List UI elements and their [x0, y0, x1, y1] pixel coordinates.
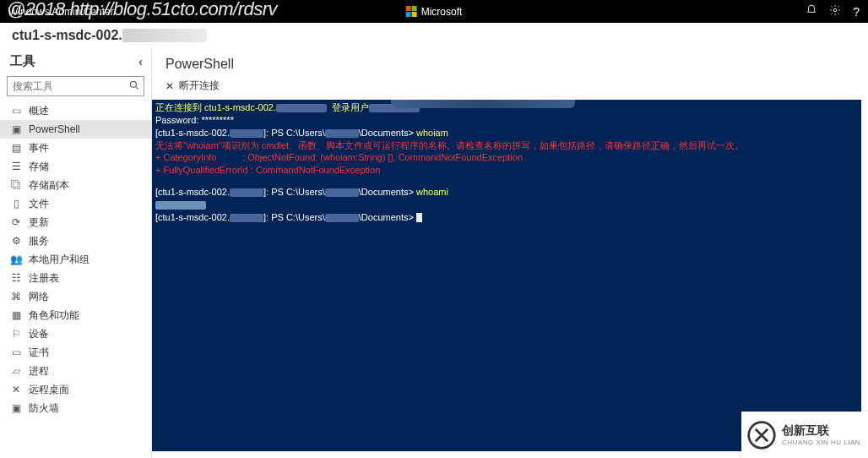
- redacted-smudge: [122, 29, 207, 42]
- device-icon: ⚐: [10, 328, 22, 340]
- sidebar-item-update[interactable]: ⟳更新: [0, 213, 151, 232]
- sidebar-item-label: 事件: [29, 141, 49, 155]
- sidebar-item-storage[interactable]: ☰存储: [0, 157, 151, 176]
- sidebar-item-replica[interactable]: ⿻存储副本: [0, 176, 151, 194]
- disconnect-label: 断开连接: [179, 79, 220, 93]
- sidebar-item-label: 注册表: [29, 271, 59, 286]
- sidebar-item-registry[interactable]: ☷注册表: [0, 269, 151, 287]
- tools-list: ▭概述▣PowerShell▤事件☰存储⿻存储副本▯文件⟳更新⚙服务👥本地用户和…: [0, 101, 151, 458]
- sidebar-item-roles[interactable]: ▦角色和功能: [0, 306, 151, 324]
- sidebar-item-label: 角色和功能: [29, 308, 79, 323]
- overview-icon: ▭: [10, 105, 22, 117]
- sidebar-item-label: 本地用户和组: [29, 253, 90, 267]
- page-title: PowerShell: [165, 57, 854, 72]
- disconnect-button[interactable]: ✕ 断开连接: [165, 79, 854, 93]
- sidebar-item-label: 存储: [29, 160, 49, 174]
- services-icon: ⚙: [10, 235, 22, 247]
- sidebar-item-users[interactable]: 👥本地用户和组: [0, 250, 151, 269]
- svg-point-0: [833, 8, 837, 12]
- file-icon: ▯: [10, 198, 22, 210]
- settings-gear-icon[interactable]: [829, 4, 841, 19]
- sidebar-item-services[interactable]: ⚙服务: [0, 232, 151, 250]
- powershell-icon: ▣: [10, 123, 22, 135]
- sidebar-item-label: 进程: [29, 364, 49, 379]
- sidebar-item-label: 更新: [29, 215, 49, 230]
- close-icon: ✕: [165, 80, 174, 92]
- network-icon: ⌘: [10, 291, 22, 303]
- sidebar-item-network[interactable]: ⌘网络: [0, 287, 151, 306]
- sidebar-item-label: PowerShell: [29, 123, 80, 135]
- sidebar-item-label: 存储副本: [29, 178, 69, 193]
- search-container: [7, 76, 144, 96]
- sidebar-item-cert[interactable]: ▭证书: [0, 343, 151, 362]
- badge-logo-icon: [746, 420, 777, 450]
- sidebar-item-label: 证书: [29, 346, 49, 360]
- watermark-text: @2018 http://blog.51cto.com/rdsrv: [7, 0, 277, 20]
- sidebar-item-device[interactable]: ⚐设备: [0, 324, 151, 343]
- search-input[interactable]: [7, 76, 144, 96]
- svg-point-1: [130, 81, 136, 87]
- sidebar-item-label: 文件: [29, 197, 49, 211]
- sidebar-item-powershell[interactable]: ▣PowerShell: [0, 120, 151, 139]
- terminal-cursor: [416, 213, 422, 222]
- sidebar-item-label: 设备: [29, 327, 49, 341]
- calendar-icon: ▤: [10, 142, 22, 154]
- redacted-smudge: [391, 100, 575, 108]
- microsoft-logo-icon: [406, 6, 418, 18]
- sidebar-item-label: 服务: [29, 234, 49, 248]
- sidebar-title: 工具: [10, 53, 35, 69]
- terminal[interactable]: 正在连接到 ctu1-s-msdc-002. 登录用户 Password: **…: [152, 100, 861, 451]
- sidebar-item-label: 网络: [29, 290, 49, 304]
- brand-text: Microsoft: [421, 6, 463, 18]
- sidebar-item-firewall[interactable]: ▣防火墙: [0, 399, 151, 417]
- badge-name: 创新互联: [782, 423, 860, 439]
- svg-line-2: [135, 86, 138, 89]
- cert-icon: ▭: [10, 346, 22, 358]
- sidebar-item-overview[interactable]: ▭概述: [0, 101, 151, 120]
- sidebar-item-label: 概述: [29, 104, 49, 118]
- badge-sub: CHUANG XIN HU LIAN: [782, 439, 860, 446]
- sidebar-item-label: 远程桌面: [29, 383, 69, 397]
- registry-icon: ☷: [10, 272, 22, 284]
- host-bar: ctu1-s-msdc-002.: [0, 23, 868, 48]
- storage-icon: ☰: [10, 161, 22, 172]
- firewall-icon: ▣: [10, 402, 22, 414]
- brand-center: Microsoft: [406, 6, 463, 18]
- sidebar-header: 工具 ‹: [0, 48, 151, 73]
- remote-icon: ✕: [10, 384, 22, 395]
- content-area: PowerShell ✕ 断开连接 正在连接到 ctu1-s-msdc-002.…: [152, 48, 868, 458]
- sidebar-item-file[interactable]: ▯文件: [0, 194, 151, 213]
- help-icon[interactable]: ?: [853, 5, 860, 19]
- collapse-chevron-icon[interactable]: ‹: [138, 54, 143, 68]
- process-icon: ▱: [10, 365, 22, 377]
- sidebar-item-calendar[interactable]: ▤事件: [0, 139, 151, 157]
- search-icon[interactable]: [128, 79, 140, 95]
- sidebar: 工具 ‹ ▭概述▣PowerShell▤事件☰存储⿻存储副本▯文件⟳更新⚙服务👥…: [0, 48, 152, 458]
- host-name: ctu1-s-msdc-002.: [12, 28, 122, 43]
- replica-icon: ⿻: [10, 179, 22, 191]
- update-icon: ⟳: [10, 216, 22, 228]
- users-icon: 👥: [10, 254, 22, 265]
- sidebar-item-remote[interactable]: ✕远程桌面: [0, 380, 151, 399]
- sidebar-item-process[interactable]: ▱进程: [0, 362, 151, 380]
- roles-icon: ▦: [10, 309, 22, 321]
- notifications-icon[interactable]: [806, 4, 817, 19]
- sidebar-item-label: 防火墙: [29, 401, 59, 416]
- corner-badge: 创新互联 CHUANG XIN HU LIAN: [741, 412, 868, 458]
